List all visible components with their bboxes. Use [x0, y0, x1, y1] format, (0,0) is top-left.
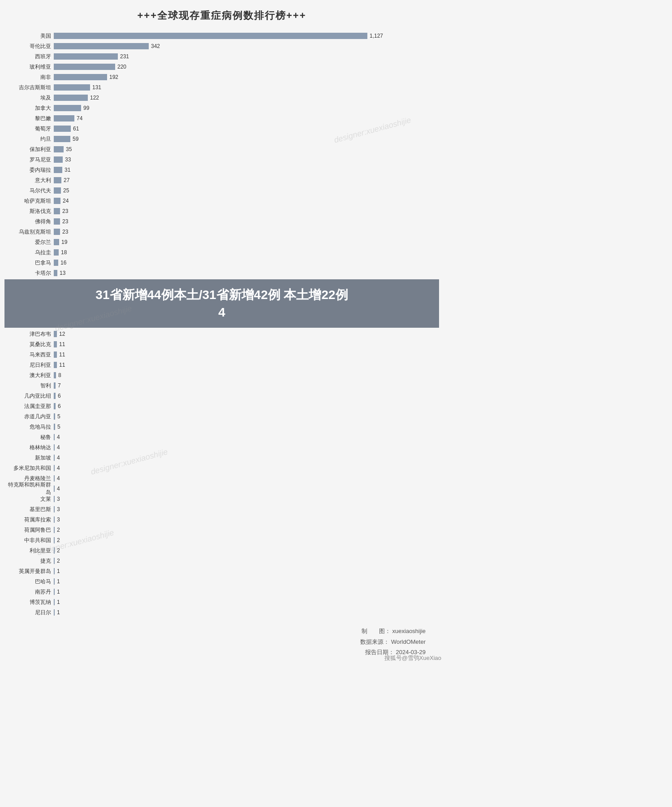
bar-value: 4 — [57, 434, 60, 440]
bar — [54, 84, 90, 91]
bar-wrapper: 131 — [54, 84, 439, 91]
bar-wrapper: 2 — [54, 527, 439, 533]
bar-wrapper: 8 — [54, 372, 439, 378]
bar-wrapper: 1 — [54, 568, 439, 574]
bar-wrapper: 6 — [54, 393, 439, 399]
table-row: 文莱3 — [4, 495, 439, 503]
source-label: 数据来源： — [360, 637, 389, 647]
country-label: 危地马拉 — [4, 423, 54, 431]
table-row: 尼日尔1 — [4, 608, 439, 617]
table-row: 约旦59 — [4, 134, 439, 143]
bar — [54, 167, 62, 173]
creator-value: xuexiaoshijie — [392, 626, 426, 636]
bar — [54, 465, 55, 471]
bar-wrapper: 11 — [54, 362, 439, 368]
bar-value: 1 — [57, 609, 60, 616]
table-row: 南非192 — [4, 73, 439, 82]
bar-value: 192 — [109, 74, 118, 80]
bar-value: 2 — [57, 558, 60, 564]
country-label: 荷属库拉索 — [4, 516, 54, 524]
bar-value: 4 — [57, 486, 60, 492]
table-row: 巴拿马16 — [4, 258, 439, 267]
country-label: 特克斯和凯科斯群岛 — [4, 481, 54, 496]
bar-wrapper: 23 — [54, 218, 439, 225]
bar — [54, 53, 118, 60]
bar-value: 1 — [57, 578, 60, 585]
chart-container: designer:xuexiaoshijie designer:xuexiaos… — [0, 0, 448, 667]
bar-wrapper: 31 — [54, 167, 439, 173]
bar-wrapper: 33 — [54, 156, 439, 163]
table-row: 委内瑞拉31 — [4, 165, 439, 174]
table-row: 斯洛伐克23 — [4, 207, 439, 216]
bar-value: 7 — [58, 382, 61, 389]
table-row: 加拿大99 — [4, 104, 439, 113]
bar-wrapper: 4 — [54, 475, 439, 482]
bars-container: 美国1,127哥伦比亚342西班牙231玻利维亚220南非192吉尔吉斯斯坦13… — [4, 31, 439, 617]
table-row: 特克斯和凯科斯群岛4 — [4, 484, 439, 493]
table-row: 津巴布韦12 — [4, 330, 439, 338]
bar-value: 23 — [62, 229, 68, 235]
table-row: 法属圭亚那6 — [4, 402, 439, 411]
bar — [54, 589, 55, 595]
bar-value: 131 — [92, 84, 101, 91]
country-label: 吉尔吉斯斯坦 — [4, 84, 54, 91]
bar-wrapper: 74 — [54, 115, 439, 121]
bar — [54, 198, 60, 204]
bar-wrapper: 1 — [54, 589, 439, 595]
bar — [54, 547, 55, 554]
bar-value: 11 — [59, 351, 65, 358]
country-label: 佛得角 — [4, 218, 54, 226]
table-row: 黎巴嫩74 — [4, 114, 439, 123]
country-label: 新加坡 — [4, 454, 54, 462]
table-row: 巴哈马1 — [4, 577, 439, 586]
bar-wrapper: 23 — [54, 208, 439, 214]
country-label: 巴拿马 — [4, 259, 54, 267]
bar-value: 220 — [117, 64, 126, 70]
country-label: 荷属阿鲁巴 — [4, 526, 54, 534]
bar-value: 23 — [62, 208, 68, 214]
table-row: 哈萨克斯坦24 — [4, 196, 439, 205]
country-label: 秘鲁 — [4, 434, 54, 441]
bar — [54, 74, 107, 80]
bar — [54, 444, 55, 451]
bar — [54, 609, 55, 616]
bar-wrapper: 122 — [54, 95, 439, 101]
country-label: 马尔代夫 — [4, 187, 54, 195]
bar-wrapper: 220 — [54, 64, 439, 70]
table-row: 马尔代夫25 — [4, 186, 439, 195]
bar-value: 1,127 — [370, 33, 383, 39]
bar — [54, 558, 55, 564]
bar — [54, 455, 55, 461]
bar-value: 2 — [57, 527, 60, 533]
country-label: 斯洛伐克 — [4, 208, 54, 215]
table-row: 美国1,127 — [4, 31, 439, 40]
country-label: 西班牙 — [4, 53, 54, 61]
bar-wrapper: 192 — [54, 74, 439, 80]
table-row: 埃及122 — [4, 93, 439, 102]
bar-wrapper: 24 — [54, 198, 439, 204]
table-row: 哥伦比亚342 — [4, 42, 439, 51]
country-label: 文莱 — [4, 495, 54, 503]
country-label: 约旦 — [4, 135, 54, 143]
overlay-line2: 4 — [13, 304, 430, 321]
creator-label: 制 图： — [362, 626, 391, 636]
bar-wrapper: 1 — [54, 599, 439, 605]
bar — [54, 486, 55, 492]
table-row: 澳大利亚8 — [4, 371, 439, 380]
table-row: 乌拉圭18 — [4, 248, 439, 257]
bar-wrapper: 13 — [54, 270, 439, 276]
bar-value: 16 — [60, 260, 66, 266]
bar-value: 8 — [58, 372, 61, 378]
country-label: 捷克 — [4, 557, 54, 565]
bar-value: 6 — [58, 393, 61, 399]
table-row: 基里巴斯3 — [4, 505, 439, 514]
table-row: 荷属阿鲁巴2 — [4, 525, 439, 534]
bar — [54, 126, 71, 132]
bar-value: 11 — [59, 362, 65, 368]
bar-wrapper: 99 — [54, 105, 439, 111]
table-row: 吉尔吉斯斯坦131 — [4, 83, 439, 92]
table-row: 莫桑比克11 — [4, 340, 439, 349]
bar — [54, 177, 61, 183]
bar-wrapper: 27 — [54, 177, 439, 183]
bar-wrapper: 2 — [54, 558, 439, 564]
